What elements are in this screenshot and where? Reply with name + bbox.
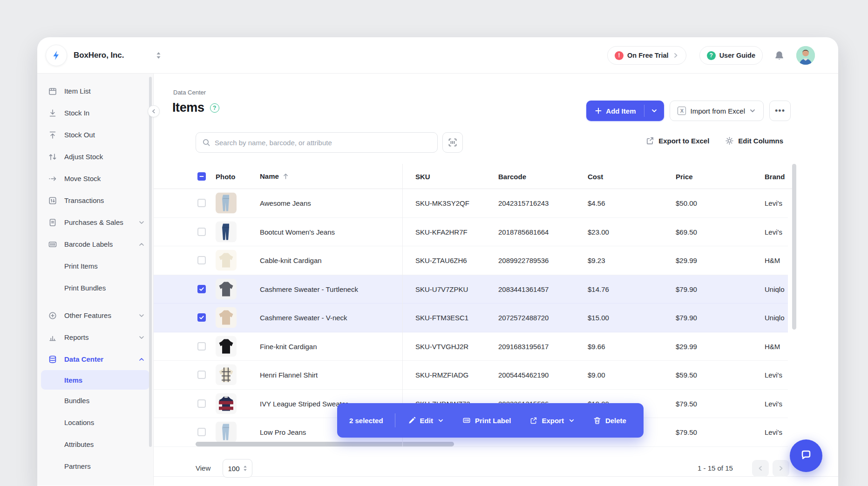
row-checkbox[interactable] [197,228,206,236]
page-help-icon[interactable]: ? [210,103,219,113]
pluscircle-icon [48,311,57,320]
add-item-label: Add Item [606,107,636,115]
column-header-barcode[interactable]: Barcode [498,172,526,180]
sidebar-item-adjust-stock[interactable]: Adjust Stock [37,146,153,168]
item-brand: H&M [765,256,787,264]
column-header-brand[interactable]: Brand [765,172,787,180]
row-checkbox[interactable] [197,428,206,436]
sidebar-item-other-features[interactable]: Other Features [37,304,153,326]
sidebar-item-attributes[interactable]: Attributes [37,433,153,455]
sidebar-item-reports[interactable]: Reports [37,326,153,348]
column-header-price[interactable]: Price [676,172,693,180]
company-switcher-icon[interactable] [156,52,161,61]
chevron-down-icon [138,334,145,341]
add-item-button[interactable]: Add Item [586,101,664,121]
item-price: $79.50 [676,399,697,407]
row-checkbox[interactable] [197,285,206,293]
sidebar-item-locations[interactable]: Locations [37,412,153,433]
sidebar-item-bundles[interactable]: Bundles [37,390,153,412]
sidebar-item-partners[interactable]: Partners [37,455,153,477]
item-barcode: 2005445462190 [498,371,549,379]
item-brand: Levi's [765,371,787,379]
page-size-select[interactable]: 100 [223,459,252,478]
column-header-name[interactable]: Name [260,172,289,181]
sidebar-collapse-button[interactable] [148,105,160,117]
sidebar-item-label: Stock In [64,109,89,117]
sidebar-item-stock-out[interactable]: Stock Out [37,124,153,146]
sidebar-scrollbar[interactable] [149,77,152,447]
search-input[interactable] [215,139,431,147]
sidebar-item-print-bundles[interactable]: Print Bundles [37,277,153,299]
edit-columns-button[interactable]: Edit Columns [725,136,783,145]
select-all-checkbox[interactable] [197,172,206,181]
sidebar-item-purchases-sales[interactable]: Purchases & Sales [37,211,153,233]
column-header-cost[interactable]: Cost [588,172,603,180]
table-vertical-scrollbar[interactable] [792,164,796,330]
item-barcode: 2072572488720 [498,314,549,322]
item-sku: SKU-KFA2HR7F [415,228,468,236]
item-sku: SKU-RMZFIADG [415,371,468,379]
item-price: $29.99 [676,256,697,264]
next-page-button[interactable] [773,460,789,477]
item-barcode: 2091683195617 [498,342,549,350]
more-options-button[interactable]: ••• [769,101,791,121]
sidebar-item-data-center[interactable]: Data Center [37,348,153,370]
top-bar: BoxHero, Inc. ! On Free Trial ? User Gui… [37,37,838,74]
boxhero-logo[interactable] [46,45,67,66]
item-brand: Uniqlo [765,285,787,293]
item-name: Low Pro Jeans [260,428,306,436]
sidebar-nav: Item ListStock InStock OutAdjust StockMo… [37,80,153,477]
bulk-export-button[interactable]: Export [529,417,575,425]
reports-icon [48,333,57,342]
free-trial-button[interactable]: ! On Free Trial [607,46,686,65]
company-name[interactable]: BoxHero, Inc. [74,37,124,74]
live-chat-button[interactable] [790,439,822,472]
table-row[interactable]: Cashmere Sweater - TurtleneckSKU-U7V7ZPK… [154,275,788,304]
row-checkbox[interactable] [197,371,206,379]
sidebar-item-transactions[interactable]: Transactions [37,189,153,211]
topbar-actions: ! On Free Trial ? User Guide [607,37,815,74]
screen: BoxHero, Inc. ! On Free Trial ? User Gui… [0,0,868,486]
table-row[interactable]: Cable-knit CardiganSKU-ZTAU6ZH6208992278… [154,246,788,275]
table-horizontal-scrollbar[interactable] [196,442,454,446]
table-row[interactable]: Henri Flannel ShirtSKU-RMZFIADG200544546… [154,361,788,390]
column-header-photo[interactable]: Photo [216,172,236,180]
user-guide-button[interactable]: ? User Guide [699,46,763,65]
footer-divider [154,476,838,477]
previous-page-button[interactable] [752,460,769,477]
sidebar-item-items[interactable]: Items [41,370,149,390]
sidebar-item-print-items[interactable]: Print Items [37,255,153,277]
item-cost: $4.56 [588,199,605,207]
table-row[interactable]: Fine-knit CardiganSKU-VTVGHJ2R2091683195… [154,332,788,361]
row-checkbox[interactable] [197,199,206,207]
add-item-dropdown[interactable] [644,101,664,121]
toolbar: Add Item X Import from Excel ••• [586,101,791,121]
print-label-button[interactable]: Print Label [462,416,511,425]
bulk-delete-button[interactable]: Delete [593,417,626,425]
chevron-right-icon [778,465,784,472]
sidebar-item-stock-in[interactable]: Stock In [37,102,153,124]
main-content: Data Center Items ? Add Item [154,74,838,486]
item-sku: SKU-ZTAU6ZH6 [415,256,467,264]
breadcrumb[interactable]: Data Center [173,89,206,96]
bulk-edit-button[interactable]: Edit [408,417,444,425]
table-row[interactable]: Awesome JeansSKU-MK3SY2QF2042315716243$4… [154,189,788,218]
row-checkbox[interactable] [197,313,206,322]
row-checkbox[interactable] [197,399,206,408]
export-to-excel-button[interactable]: Export to Excel [645,136,709,145]
row-checkbox[interactable] [197,342,206,351]
notifications-bell-icon[interactable] [774,50,785,61]
table-row[interactable]: Bootcut Women's JeansSKU-KFA2HR7F2018785… [154,218,788,247]
user-avatar[interactable] [796,46,815,65]
pagination-range: 1 - 15 of 15 [698,464,733,472]
purchases-icon [48,218,57,227]
sidebar-item-item-list[interactable]: Item List [37,80,153,102]
row-checkbox[interactable] [197,256,206,264]
import-from-excel-button[interactable]: X Import from Excel [670,101,764,121]
column-header-sku[interactable]: SKU [415,172,430,180]
table-row[interactable]: Cashmere Sweater - V-neckSKU-FTM3ESC1207… [154,304,788,332]
sidebar-item-move-stock[interactable]: Move Stock [37,168,153,189]
barcode-scan-button[interactable] [442,132,463,153]
sidebar-item-barcode-labels[interactable]: Barcode Labels [37,233,153,255]
item-photo [216,221,237,242]
